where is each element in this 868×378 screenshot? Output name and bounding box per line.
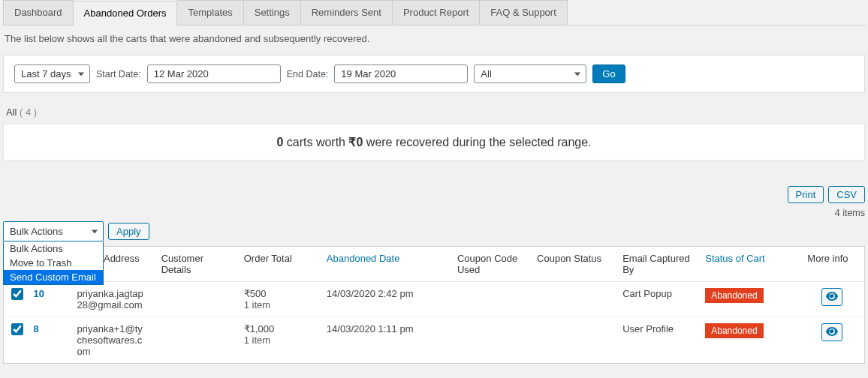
col-date[interactable]: Abandoned Date [319, 247, 450, 282]
table-row: 8priyanka+1@tychesoftwares.com₹1,0001 it… [4, 317, 865, 364]
status-badge: Abandoned [705, 288, 763, 303]
orders-table: Id Email Address Customer Details Order … [3, 246, 865, 364]
total-cell: ₹1,0001 item [237, 317, 319, 364]
csv-button[interactable]: CSV [828, 186, 865, 203]
summary-amount: ₹0 [348, 136, 363, 148]
eye-icon [826, 327, 838, 338]
col-coupon-status: Coupon Status [529, 247, 615, 282]
tab-templates[interactable]: Templates [177, 0, 243, 25]
tab-product-report[interactable]: Product Report [393, 0, 480, 25]
print-button[interactable]: Print [788, 186, 824, 203]
bulk-actions-wrap: Bulk Actions Bulk ActionsMove to TrashSe… [3, 221, 865, 242]
row-checkbox[interactable] [11, 288, 23, 300]
start-date-input[interactable] [147, 64, 281, 83]
date-cell: 14/03/2020 2:42 pm [319, 282, 450, 317]
end-date-label: End Date: [287, 69, 329, 80]
go-button[interactable]: Go [592, 64, 625, 83]
order-id-link[interactable]: 8 [34, 323, 39, 334]
date-cell: 14/03/2020 1:11 pm [319, 317, 450, 364]
col-more: More info [800, 247, 864, 282]
view-button[interactable] [821, 323, 842, 341]
email-cell: priyanka+1@tychesoftwares.com [70, 317, 154, 364]
bulk-actions-dropdown: Bulk ActionsMove to TrashSend Custom Ema… [3, 242, 104, 285]
row-checkbox[interactable] [11, 323, 23, 335]
tab-abandoned-orders[interactable]: Abandoned Orders [74, 1, 178, 26]
items-count: 4 items [788, 208, 865, 218]
coupon-status-cell [529, 282, 615, 317]
tab-faq-support[interactable]: FAQ & Support [480, 0, 567, 25]
bulk-actions-select[interactable]: Bulk Actions [3, 221, 104, 242]
summary-count: 0 [276, 136, 283, 148]
captured-cell: User Profile [615, 317, 698, 364]
filter-bar: Last 7 days Start Date: End Date: All Go [3, 55, 865, 93]
coupon-cell [450, 317, 529, 364]
customer-cell [154, 317, 237, 364]
col-captured: Email Captured By [615, 247, 698, 282]
order-id-link[interactable]: 10 [34, 288, 44, 299]
start-date-label: Start Date: [96, 69, 141, 80]
date-range-select[interactable]: Last 7 days [14, 64, 90, 83]
col-customer: Customer Details [154, 247, 237, 282]
tabs-nav: DashboardAbandoned OrdersTemplatesSettin… [3, 0, 865, 26]
table-row: 10priyanka.jagtap28@gmail.com₹5001 item1… [4, 282, 865, 317]
status-filter-select[interactable]: All [474, 64, 586, 83]
bulk-option[interactable]: Move to Trash [4, 256, 103, 270]
list-toolbar: Print CSV 4 items [3, 186, 865, 221]
view-label: All [6, 106, 17, 118]
end-date-input[interactable] [334, 64, 468, 83]
view-button[interactable] [821, 288, 842, 306]
apply-button[interactable]: Apply [108, 223, 149, 240]
col-coupon: Coupon Code Used [450, 247, 529, 282]
tab-settings[interactable]: Settings [244, 0, 301, 25]
captured-cell: Cart Popup [615, 282, 698, 317]
page-description: The list below shows all the carts that … [3, 26, 865, 55]
total-cell: ₹5001 item [237, 282, 319, 317]
col-status[interactable]: Status of Cart [698, 247, 800, 282]
bulk-option[interactable]: Send Custom Email [4, 270, 103, 284]
email-cell: priyanka.jagtap28@gmail.com [70, 282, 154, 317]
recovery-summary: 0 carts worth ₹0 were recovered during t… [3, 124, 865, 160]
view-paren: ( 4 ) [20, 106, 37, 118]
coupon-status-cell [529, 317, 615, 364]
customer-cell [154, 282, 237, 317]
eye-icon [826, 292, 838, 303]
tab-reminders-sent[interactable]: Reminders Sent [301, 0, 393, 25]
tab-dashboard[interactable]: Dashboard [3, 0, 74, 25]
col-total: Order Total [237, 247, 319, 282]
coupon-cell [450, 282, 529, 317]
view-count: All ( 4 ) [3, 93, 865, 124]
bulk-option[interactable]: Bulk Actions [4, 242, 103, 256]
status-badge: Abandoned [705, 323, 763, 338]
